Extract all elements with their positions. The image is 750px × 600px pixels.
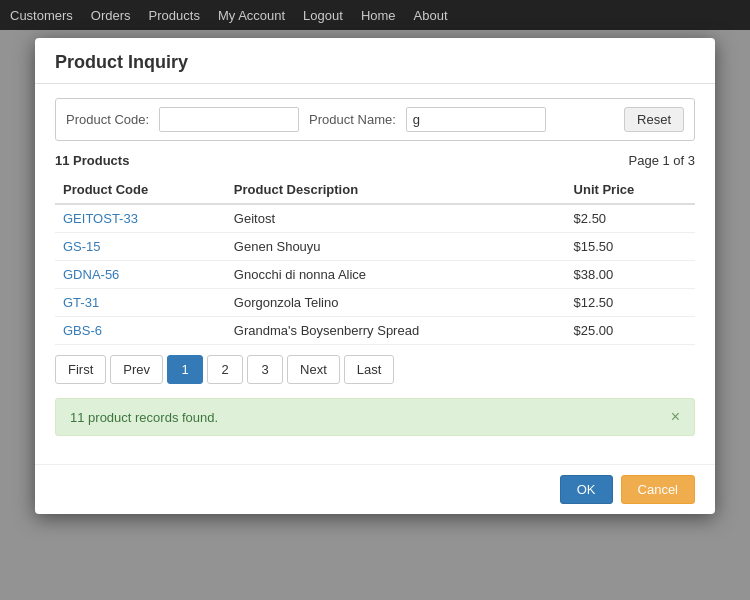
alert-success: 11 product records found. × <box>55 398 695 436</box>
cell-price: $25.00 <box>566 317 695 345</box>
cancel-button[interactable]: Cancel <box>621 475 695 504</box>
product-link[interactable]: GDNA-56 <box>63 267 119 282</box>
nav-orders[interactable]: Orders <box>91 8 131 23</box>
page-btn-2[interactable]: 2 <box>207 355 243 384</box>
table-row: GBS-6 Grandma's Boysenberry Spread $25.0… <box>55 317 695 345</box>
product-link[interactable]: GEITOST-33 <box>63 211 138 226</box>
nav-my-account[interactable]: My Account <box>218 8 285 23</box>
modal-overlay: Product Inquiry Product Code: Product Na… <box>0 30 750 600</box>
cell-code: GT-31 <box>55 289 226 317</box>
page-btn-3[interactable]: 3 <box>247 355 283 384</box>
modal-title: Product Inquiry <box>55 52 695 73</box>
results-summary: 11 Products Page 1 of 3 <box>55 153 695 168</box>
modal-body: Product Code: Product Name: Reset 11 Pro… <box>35 84 715 464</box>
results-count: 11 Products <box>55 153 129 168</box>
cell-price: $38.00 <box>566 261 695 289</box>
product-code-label: Product Code: <box>66 112 149 127</box>
page-info: Page 1 of 3 <box>629 153 696 168</box>
cell-code: GS-15 <box>55 233 226 261</box>
page-btn-prev[interactable]: Prev <box>110 355 163 384</box>
col-product-description: Product Description <box>226 176 566 204</box>
product-link[interactable]: GBS-6 <box>63 323 102 338</box>
table-header-row: Product Code Product Description Unit Pr… <box>55 176 695 204</box>
cell-price: $15.50 <box>566 233 695 261</box>
table-row: GS-15 Genen Shouyu $15.50 <box>55 233 695 261</box>
product-link[interactable]: GS-15 <box>63 239 101 254</box>
product-code-input[interactable] <box>159 107 299 132</box>
nav-home[interactable]: Home <box>361 8 396 23</box>
cell-description: Genen Shouyu <box>226 233 566 261</box>
col-unit-price: Unit Price <box>566 176 695 204</box>
top-navigation: Customers Orders Products My Account Log… <box>0 0 750 30</box>
product-link[interactable]: GT-31 <box>63 295 99 310</box>
table-row: GEITOST-33 Geitost $2.50 <box>55 204 695 233</box>
product-table: Product Code Product Description Unit Pr… <box>55 176 695 345</box>
cell-description: Geitost <box>226 204 566 233</box>
cell-code: GEITOST-33 <box>55 204 226 233</box>
col-product-code: Product Code <box>55 176 226 204</box>
cell-description: Gorgonzola Telino <box>226 289 566 317</box>
cell-code: GDNA-56 <box>55 261 226 289</box>
cell-description: Gnocchi di nonna Alice <box>226 261 566 289</box>
nav-about[interactable]: About <box>414 8 448 23</box>
cell-code: GBS-6 <box>55 317 226 345</box>
cell-price: $2.50 <box>566 204 695 233</box>
cell-price: $12.50 <box>566 289 695 317</box>
search-bar: Product Code: Product Name: Reset <box>55 98 695 141</box>
modal-footer: OK Cancel <box>35 464 715 514</box>
ok-button[interactable]: OK <box>560 475 613 504</box>
product-name-input[interactable] <box>406 107 546 132</box>
product-name-label: Product Name: <box>309 112 396 127</box>
table-row: GT-31 Gorgonzola Telino $12.50 <box>55 289 695 317</box>
page-btn-next[interactable]: Next <box>287 355 340 384</box>
cell-description: Grandma's Boysenberry Spread <box>226 317 566 345</box>
modal-header: Product Inquiry <box>35 38 715 84</box>
nav-products[interactable]: Products <box>149 8 200 23</box>
table-row: GDNA-56 Gnocchi di nonna Alice $38.00 <box>55 261 695 289</box>
product-inquiry-modal: Product Inquiry Product Code: Product Na… <box>35 38 715 514</box>
reset-button[interactable]: Reset <box>624 107 684 132</box>
pagination: FirstPrev123NextLast <box>55 355 695 384</box>
alert-message: 11 product records found. <box>70 410 218 425</box>
nav-customers[interactable]: Customers <box>10 8 73 23</box>
page-btn-first[interactable]: First <box>55 355 106 384</box>
page-btn-1[interactable]: 1 <box>167 355 203 384</box>
page-btn-last[interactable]: Last <box>344 355 395 384</box>
nav-logout[interactable]: Logout <box>303 8 343 23</box>
alert-close-button[interactable]: × <box>671 409 680 425</box>
